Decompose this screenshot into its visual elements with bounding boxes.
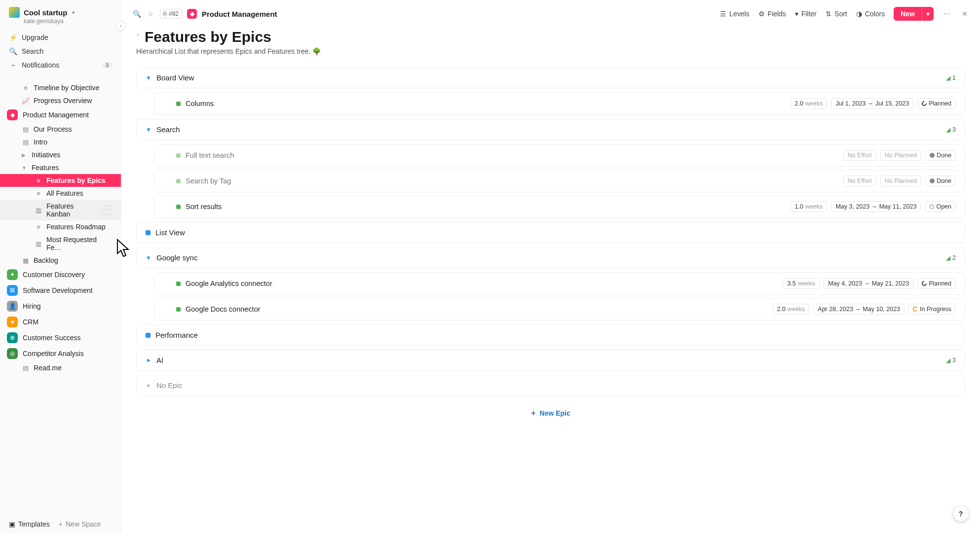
status-tag[interactable]: Planned (917, 98, 956, 109)
nav-features[interactable]: ▼ Features (0, 161, 121, 174)
epic-row-performance[interactable]: Performance (136, 324, 965, 346)
feature-row-sort[interactable]: Sort results 1.0weeks May 3, 2023 → May … (154, 195, 965, 218)
chevron-right-icon[interactable]: ▼ (145, 357, 152, 363)
dates-tag[interactable]: Apr 28, 2023 → May 10, 2023 (813, 304, 905, 315)
space-customer-discovery[interactable]: ✦ Customer Discovery (0, 267, 121, 283)
workspace-header[interactable]: Cool startup ▾ kate.gemskaya (0, 0, 121, 28)
levels-button[interactable]: ☰Levels (720, 10, 749, 18)
effort-tag[interactable]: 1.0weeks (791, 201, 828, 212)
nav-initiatives[interactable]: ▶ Initiatives (0, 148, 121, 161)
epic-row-google-sync[interactable]: ▼ Google sync ◢2 (136, 247, 965, 268)
nav-our-process[interactable]: ▤ Our Process (0, 123, 121, 136)
effort-tag[interactable]: 3.5weeks (783, 278, 820, 289)
page-icon: ▤ (22, 138, 30, 146)
chevron-down-icon[interactable]: ▾ (72, 9, 75, 16)
status-tag[interactable]: Done (925, 150, 956, 161)
epic-row-no-epic[interactable]: ▼ No Epic (136, 375, 965, 396)
space-competitor[interactable]: ◎ Competitor Analysis (0, 346, 121, 361)
feature-row-ga[interactable]: Google Analytics connector 3.5weeks May … (154, 272, 965, 295)
fields-button[interactable]: ⚙Fields (758, 10, 786, 18)
feature-row-columns[interactable]: Columns 2.0weeks Jul 1, 2023 → Jul 15, 2… (154, 92, 965, 115)
chevron-right-icon[interactable]: ▼ (145, 383, 152, 389)
filter-button[interactable]: ▾Filter (795, 10, 817, 18)
nav-label: Most Requested Fe… (46, 236, 112, 251)
status-tag[interactable]: Open (925, 201, 956, 212)
help-button[interactable]: ? (953, 506, 968, 521)
space-hiring[interactable]: 👤 Hiring (0, 298, 121, 314)
new-dropdown-button[interactable]: ▾ (922, 7, 934, 21)
nav-features-kanban[interactable]: ▥ Features Kanban ⋯ (0, 200, 121, 220)
feature-row-gd[interactable]: Google Docs connector 2.0weeks Apr 28, 2… (154, 298, 965, 320)
collapse-page-icon[interactable]: ˄ (136, 33, 140, 41)
status-tag[interactable]: In Progress (908, 304, 956, 315)
nav-label: Read.me (34, 364, 62, 372)
nav-tree: ≡ Timeline by Objective 📈 Progress Overv… (0, 81, 121, 515)
nav-intro[interactable]: ▤ Intro (0, 136, 121, 148)
effort-tag[interactable]: 2.0weeks (772, 304, 809, 315)
dates-tag[interactable]: Jul 1, 2023 → Jul 15, 2023 (831, 98, 913, 109)
item-more-button[interactable]: ⋯ (102, 206, 112, 215)
page-icon: ▤ (22, 125, 30, 133)
dates-tag[interactable]: No Planned (880, 176, 921, 186)
close-button[interactable]: ✕ (960, 9, 969, 18)
effort-tag[interactable]: 2.0weeks (791, 98, 828, 109)
collapse-sidebar-button[interactable]: ‹ (116, 21, 126, 31)
templates-button[interactable]: ▣ Templates (9, 520, 50, 528)
upgrade-icon: ⚡ (9, 34, 17, 41)
dates-tag[interactable]: No Planned (880, 150, 921, 161)
chevron-down-icon[interactable]: ▼ (146, 254, 151, 261)
feature-row-search-tag[interactable]: Search by Tag No Effort No Planned Done (154, 170, 965, 192)
nav-features-roadmap[interactable]: ≡ Features Roadmap (0, 220, 121, 233)
nav-features-by-epics[interactable]: ≡ Features by Epics (0, 174, 121, 187)
search-link[interactable]: 🔍 Search (0, 44, 121, 58)
feature-type-icon (176, 282, 181, 286)
sidebar-footer: ▣ Templates + New Space (0, 515, 121, 533)
nav-readme[interactable]: ▤ Read.me (0, 361, 121, 374)
templates-label: Templates (18, 520, 50, 528)
nav-progress[interactable]: 📈 Progress Overview (0, 94, 121, 107)
space-customer-success[interactable]: ⊕ Customer Success (0, 330, 121, 346)
epic-row-search[interactable]: ▼ Search ◢3 (136, 119, 965, 140)
space-icon: ★ (7, 317, 18, 327)
chevron-down-icon[interactable]: ▼ (146, 126, 151, 133)
topbar: 🔍 ☆ ⎘ #82 ◆ Product Management ☰Levels ⚙… (121, 0, 980, 25)
chevron-right-icon: ▶ (22, 152, 28, 158)
dates-tag[interactable]: May 3, 2023 → May 11, 2023 (831, 201, 921, 212)
chevron-down-icon[interactable]: ▼ (146, 74, 151, 81)
child-count: ◢1 (946, 74, 956, 81)
nav-all-features[interactable]: ≡ All Features (0, 187, 121, 200)
effort-tag[interactable]: No Effort (843, 176, 876, 186)
status-tag[interactable]: Done (925, 176, 956, 186)
dates-tag[interactable]: May 4, 2023 → May 21, 2023 (824, 278, 913, 289)
more-button[interactable]: ⋯ (942, 9, 951, 18)
space-crm[interactable]: ★ CRM (0, 314, 121, 330)
search-button[interactable]: 🔍 (132, 9, 141, 18)
nav-label: All Features (46, 189, 83, 197)
epic-row-list-view[interactable]: List View (136, 222, 965, 243)
epic-row-board-view[interactable]: ▼ Board View ◢1 (136, 67, 965, 88)
breadcrumb-space[interactable]: ◆ Product Management (187, 9, 277, 19)
feature-row-fulltext[interactable]: Full text search No Effort No Planned Do… (154, 144, 965, 167)
new-epic-button[interactable]: + New Epic (136, 400, 965, 426)
favorite-button[interactable]: ☆ (146, 9, 155, 18)
nav-timeline[interactable]: ≡ Timeline by Objective (0, 81, 121, 94)
sort-button[interactable]: ⇅Sort (826, 10, 847, 18)
epic-row-ai[interactable]: ▼ AI ◢3 (136, 350, 965, 371)
ref-chip[interactable]: ⎘ #82 (160, 9, 182, 19)
status-open-icon (929, 204, 934, 209)
status-tag[interactable]: Planned (917, 278, 956, 289)
feature-type-icon (176, 153, 181, 158)
colors-button[interactable]: ◑Colors (856, 10, 885, 18)
space-product-management[interactable]: ◆ Product Management (0, 107, 121, 123)
effort-tag[interactable]: No Effort (843, 150, 876, 161)
upgrade-link[interactable]: ⚡ Upgrade (0, 31, 121, 44)
filter-label: Filter (801, 10, 817, 18)
space-software-dev[interactable]: ⌘ Software Development (0, 283, 121, 298)
notifications-link[interactable]: ⌁ Notifications 3 (0, 58, 121, 72)
nav-most-requested[interactable]: ▥ Most Requested Fe… (0, 233, 121, 254)
nav-label: Timeline by Objective (34, 84, 99, 92)
new-button[interactable]: New (894, 7, 922, 21)
nav-backlog[interactable]: ▦ Backlog (0, 254, 121, 267)
new-space-button[interactable]: + New Space (59, 520, 101, 528)
list-icon: ≡ (35, 177, 42, 184)
